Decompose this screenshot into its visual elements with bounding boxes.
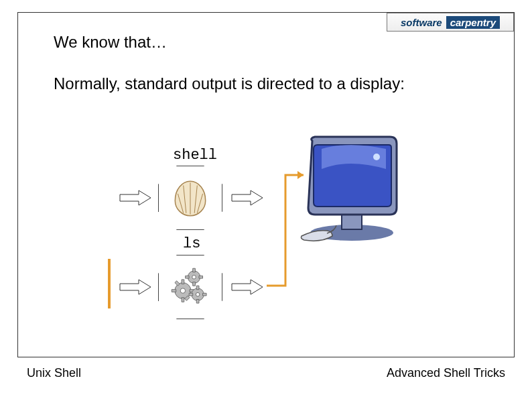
octagon-ls <box>158 255 222 319</box>
logo-word1: software <box>401 17 442 28</box>
footer-left: Unix Shell <box>27 366 81 380</box>
svg-point-5 <box>196 292 200 296</box>
slide-border <box>17 12 515 357</box>
svg-point-1 <box>192 275 196 279</box>
svg-point-3 <box>180 288 185 293</box>
arrow-shell-to-display <box>230 189 264 207</box>
monitor-icon <box>295 129 409 243</box>
arrow-ls-out <box>230 278 264 296</box>
svg-rect-7 <box>342 215 362 229</box>
shell-icon <box>168 176 212 220</box>
label-shell: shell <box>173 147 217 164</box>
heading-1: We know that… <box>54 33 167 52</box>
arrow-into-shell <box>119 189 152 207</box>
heading-2: Normally, standard output is directed to… <box>54 74 405 93</box>
octagon-shell <box>158 166 222 230</box>
orange-vertical-bar <box>108 259 111 308</box>
svg-point-8 <box>373 154 380 160</box>
gears-icon <box>165 262 215 312</box>
footer-right: Advanced Shell Tricks <box>387 366 505 380</box>
arrow-into-ls <box>119 278 152 296</box>
logo-word2: carpentry <box>446 16 500 29</box>
logo: software carpentry <box>387 13 514 32</box>
label-ls: ls <box>183 235 200 252</box>
